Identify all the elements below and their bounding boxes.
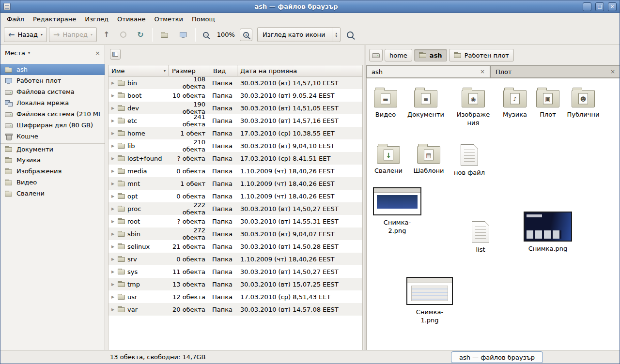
sidebar-item[interactable]: Работен плот xyxy=(0,75,105,86)
maximize-button[interactable]: □ xyxy=(595,2,604,11)
sidebar-item[interactable]: Видео xyxy=(0,177,105,188)
expander-icon[interactable]: ▶ xyxy=(110,81,116,85)
table-row[interactable]: ▶ usr 12 обекта Папка 17.03.2010 (ср) 8,… xyxy=(108,290,362,303)
table-row[interactable]: ▶ sbin 272 обекта Папка 30.03.2010 (вт) … xyxy=(108,228,362,240)
expander-icon[interactable]: ▶ xyxy=(110,93,116,98)
expander-icon[interactable]: ▶ xyxy=(110,219,116,224)
column-header-type[interactable]: Вид xyxy=(210,65,237,76)
tab-close-icon[interactable]: × xyxy=(480,68,485,75)
stop-button[interactable] xyxy=(116,27,131,42)
forward-button[interactable]: → Напред ▾ xyxy=(49,27,97,42)
table-row[interactable]: ▶ lib 210 обекта Папка 30.03.2010 (вт) 9… xyxy=(108,139,362,152)
sidebar-item[interactable]: Документи xyxy=(0,143,105,154)
expander-icon[interactable]: ▶ xyxy=(110,182,116,186)
table-row[interactable]: ▶ var 20 обекта Папка 30.03.2010 (вт) 14… xyxy=(108,303,362,316)
close-button[interactable]: × xyxy=(608,2,617,11)
icon-item-video[interactable]: ▬ Видео xyxy=(368,86,403,119)
expander-icon[interactable]: ▶ xyxy=(110,144,116,148)
menu-item[interactable]: Отметки xyxy=(150,14,187,24)
expander-icon[interactable]: ▶ xyxy=(110,307,116,312)
taskbar-window-button[interactable]: ash — файлов браузър xyxy=(451,351,543,363)
expander-icon[interactable]: ▶ xyxy=(110,106,116,110)
expander-icon[interactable]: ▶ xyxy=(110,282,116,287)
table-row[interactable]: ▶ sys 11 обекта Папка 30.03.2010 (вт) 14… xyxy=(108,265,362,278)
column-header-size[interactable]: Размер xyxy=(169,65,210,76)
pathbar-button-ash[interactable]: ash xyxy=(414,49,447,61)
sidebar-item[interactable]: Музика xyxy=(0,154,105,166)
icon-item-templates[interactable]: ▤ Шаблони xyxy=(411,142,446,175)
sidebar-title[interactable]: Места xyxy=(5,49,25,57)
expander-icon[interactable]: ▶ xyxy=(110,131,116,136)
reload-button[interactable]: ↻ xyxy=(133,27,148,42)
table-row[interactable]: ▶ mnt 1 обект Папка 1.10.2009 (чт) 18,40… xyxy=(108,177,362,190)
expander-icon[interactable]: ▶ xyxy=(110,119,116,123)
expander-icon[interactable]: ▶ xyxy=(110,295,116,299)
table-row[interactable]: ▶ selinux 21 обекта Папка 30.03.2010 (вт… xyxy=(108,240,362,253)
menu-item[interactable]: Изглед xyxy=(80,14,113,24)
zoom-out-button[interactable]: − xyxy=(200,29,212,41)
pane-toggle-button[interactable] xyxy=(110,49,121,60)
sidebar-item[interactable]: Кошче xyxy=(0,131,105,142)
sidebar-item[interactable]: Локална мрежа xyxy=(0,97,105,108)
icon-item-snimka[interactable]: Снимка.png xyxy=(524,212,572,253)
pathbar-button-home[interactable]: home xyxy=(385,49,412,61)
menu-item[interactable]: Отиване xyxy=(113,14,150,24)
sidebar-close-icon[interactable]: × xyxy=(95,49,100,57)
table-row[interactable]: ▶ home 1 обект Папка 17.03.2010 (ср) 10,… xyxy=(108,127,362,139)
tab-plot[interactable]: Плот × xyxy=(490,65,620,77)
expander-icon[interactable]: ▶ xyxy=(110,232,116,236)
sidebar-item[interactable]: Изображения xyxy=(0,166,105,177)
icon-item-snimka-1[interactable]: Снимка-1.png xyxy=(406,277,453,324)
icon-item-public[interactable]: ☻ Публични xyxy=(566,86,601,119)
tab-ash[interactable]: ash × xyxy=(366,65,490,77)
icon-item-documents[interactable]: ≡ Документи xyxy=(406,86,445,119)
sidebar-item[interactable]: Свалени xyxy=(0,188,105,199)
icon-item-downloads[interactable]: ↓ Свалени xyxy=(371,142,406,175)
sidebar-item[interactable]: Файлова система xyxy=(0,86,105,97)
expander-icon[interactable]: ▶ xyxy=(110,244,116,249)
column-header-name[interactable]: Име ▾ xyxy=(108,65,169,76)
icon-item-new-file[interactable]: нов файл xyxy=(452,144,487,177)
sidebar-item[interactable]: Шифриран дял (80 GB) xyxy=(0,120,105,131)
sidebar-combo-caret-icon[interactable]: ▾ xyxy=(28,51,30,55)
expander-icon[interactable]: ▶ xyxy=(110,257,116,261)
table-row[interactable]: ▶ media 0 обекта Папка 1.10.2009 (чт) 18… xyxy=(108,165,362,177)
icon-item-music[interactable]: ♪ Музика xyxy=(499,86,530,119)
table-row[interactable]: ▶ bin 108 обекта Папка 30.03.2010 (вт) 1… xyxy=(108,76,362,89)
expander-icon[interactable]: ▶ xyxy=(110,169,116,173)
table-row[interactable]: ▶ dev 190 обекта Папка 30.03.2010 (вт) 1… xyxy=(108,102,362,114)
menu-item[interactable]: Помощ xyxy=(187,14,219,24)
pathbar-root-button[interactable] xyxy=(369,49,383,61)
icon-view[interactable]: ▬ Видео ≡ Документи ◉ Изображения ♪ xyxy=(366,78,620,350)
back-button[interactable]: ← Назад ▾ xyxy=(4,27,47,42)
table-row[interactable]: ▶ tmp 13 обекта Папка 30.03.2010 (вт) 15… xyxy=(108,278,362,290)
expander-icon[interactable]: ▶ xyxy=(110,194,116,198)
table-row[interactable]: ▶ lost+found ? обекта Папка 17.03.2010 (… xyxy=(108,152,362,165)
icon-item-snimka-2[interactable]: Снимка-2.png xyxy=(373,187,421,235)
icon-item-pictures[interactable]: ◉ Изображения xyxy=(453,86,494,127)
sidebar-item[interactable]: ash xyxy=(0,64,105,75)
minimize-button[interactable]: — xyxy=(583,2,591,11)
back-dropdown-icon[interactable]: ▾ xyxy=(41,32,43,37)
table-row[interactable]: ▶ etc 241 обекта Папка 30.03.2010 (вт) 1… xyxy=(108,114,362,127)
zoom-in-button[interactable]: + xyxy=(240,29,252,41)
table-row[interactable]: ▶ srv 0 обекта Папка 1.10.2009 (чт) 18,4… xyxy=(108,253,362,265)
expander-icon[interactable]: ▶ xyxy=(110,270,116,274)
up-button[interactable]: ↑ xyxy=(99,27,114,42)
search-button[interactable] xyxy=(342,27,358,42)
computer-button[interactable] xyxy=(175,27,191,42)
menu-item[interactable]: Редактиране xyxy=(29,14,80,24)
icon-item-list[interactable]: list xyxy=(470,221,491,254)
home-button[interactable] xyxy=(156,27,173,42)
icon-item-desktop[interactable]: ▣ Плот xyxy=(534,86,561,119)
table-row[interactable]: ▶ opt 0 обекта Папка 1.10.2009 (чт) 18,4… xyxy=(108,190,362,202)
table-row[interactable]: ▶ root ? обекта Папка 30.03.2010 (вт) 14… xyxy=(108,215,362,228)
view-mode-select[interactable]: Изглед като икони ▴▾ xyxy=(257,27,341,42)
menu-item[interactable]: Файл xyxy=(2,14,29,24)
expander-icon[interactable]: ▶ xyxy=(110,156,116,161)
table-row[interactable]: ▶ boot 10 обекта Папка 30.03.2010 (вт) 9… xyxy=(108,89,362,102)
column-header-date[interactable]: Дата на промяна xyxy=(237,65,362,76)
tab-close-icon[interactable]: × xyxy=(610,68,615,75)
sidebar-item[interactable]: Файлова система (210 MB) xyxy=(0,108,105,120)
table-row[interactable]: ▶ proc 222 обекта Папка 30.03.2010 (вт) … xyxy=(108,202,362,215)
